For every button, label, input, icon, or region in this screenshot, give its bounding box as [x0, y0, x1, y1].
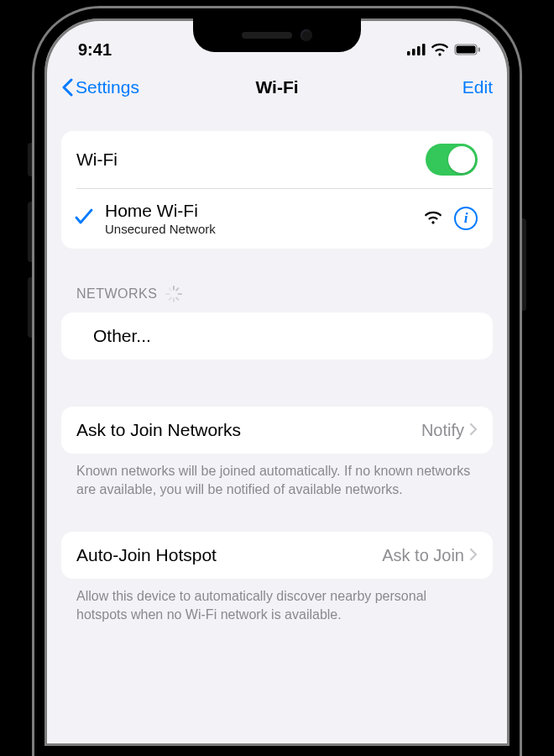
auto-join-value: Ask to Join: [382, 546, 464, 565]
svg-rect-2: [417, 46, 421, 55]
ask-to-join-group: Ask to Join Networks Notify: [61, 407, 493, 454]
nav-bar: Settings Wi-Fi Edit: [44, 66, 510, 109]
svg-line-10: [177, 297, 179, 300]
svg-line-12: [170, 297, 171, 300]
battery-icon: [454, 44, 481, 55]
wifi-toggle-row: Wi-Fi: [61, 131, 493, 188]
front-camera: [301, 29, 312, 41]
chevron-right-icon: [469, 420, 478, 440]
svg-line-14: [170, 288, 171, 291]
connected-network-subtitle: Unsecured Network: [105, 222, 424, 236]
wifi-group: Wi-Fi Home Wi-Fi Unsecured Network i: [61, 131, 493, 249]
other-label: Other...: [76, 326, 478, 346]
auto-join-group: Auto-Join Hotspot Ask to Join: [61, 532, 493, 579]
status-time: 9:41: [78, 40, 112, 60]
wifi-toggle-label: Wi-Fi: [76, 150, 426, 170]
spinner-icon: [165, 286, 182, 302]
mute-switch: [28, 143, 34, 176]
back-label: Settings: [76, 77, 139, 97]
auto-join-label: Auto-Join Hotspot: [76, 545, 382, 565]
edit-button[interactable]: Edit: [463, 77, 493, 97]
networks-header-label: NETWORKS: [76, 286, 157, 302]
other-network-row[interactable]: Other...: [61, 312, 493, 360]
svg-rect-1: [412, 49, 416, 55]
speaker-grille: [242, 32, 292, 39]
other-networks-group: Other...: [61, 312, 493, 360]
svg-rect-5: [457, 46, 476, 54]
info-button[interactable]: i: [454, 207, 478, 230]
wifi-toggle[interactable]: [426, 144, 478, 176]
auto-join-row[interactable]: Auto-Join Hotspot Ask to Join: [61, 532, 493, 579]
networks-section-header: NETWORKS: [61, 286, 493, 302]
wifi-icon: [431, 43, 449, 56]
wifi-signal-icon: [424, 208, 442, 228]
auto-join-footer: Allow this device to automatically disco…: [61, 579, 493, 623]
notch: [193, 18, 361, 52]
connected-network-name: Home Wi-Fi: [105, 201, 424, 221]
svg-rect-6: [478, 48, 481, 52]
cellular-icon: [407, 44, 426, 55]
ask-to-join-row[interactable]: Ask to Join Networks Notify: [61, 407, 493, 454]
phone-frame: 9:41 Settings Wi-Fi Edit Wi-Fi: [34, 8, 520, 756]
svg-rect-0: [407, 51, 410, 55]
ask-to-join-value: Notify: [421, 421, 464, 440]
ask-to-join-footer: Known networks will be joined automatica…: [61, 454, 493, 498]
connected-network-row[interactable]: Home Wi-Fi Unsecured Network i: [61, 188, 493, 249]
power-button: [520, 218, 526, 311]
checkmark-icon: [75, 208, 93, 229]
svg-rect-3: [422, 44, 426, 55]
back-button[interactable]: Settings: [61, 77, 139, 97]
volume-down-button: [28, 277, 34, 338]
page-title: Wi-Fi: [255, 77, 298, 97]
chevron-left-icon: [61, 78, 74, 97]
volume-up-button: [28, 202, 34, 262]
svg-line-8: [177, 288, 179, 291]
chevron-right-icon: [469, 545, 478, 565]
ask-to-join-label: Ask to Join Networks: [76, 420, 421, 440]
